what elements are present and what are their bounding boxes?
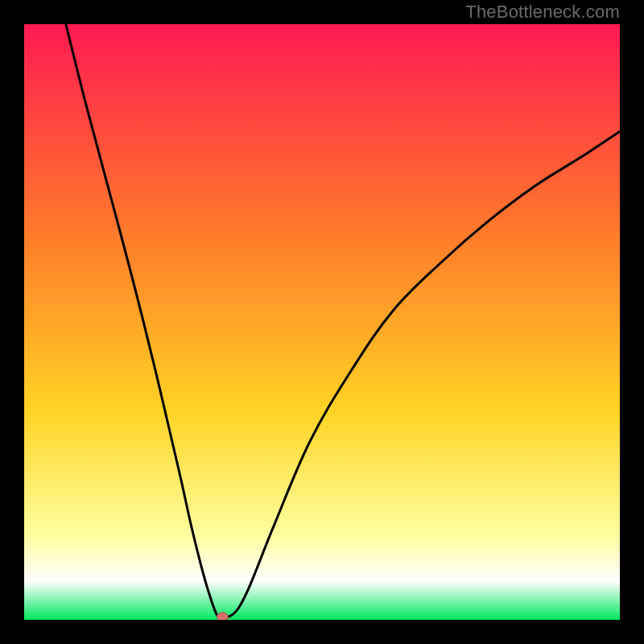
optimal-point-marker bbox=[217, 613, 228, 620]
gradient-background bbox=[24, 24, 620, 620]
chart-frame bbox=[24, 24, 620, 620]
bottleneck-chart bbox=[24, 24, 620, 620]
watermark-label: TheBottleneck.com bbox=[465, 2, 620, 23]
